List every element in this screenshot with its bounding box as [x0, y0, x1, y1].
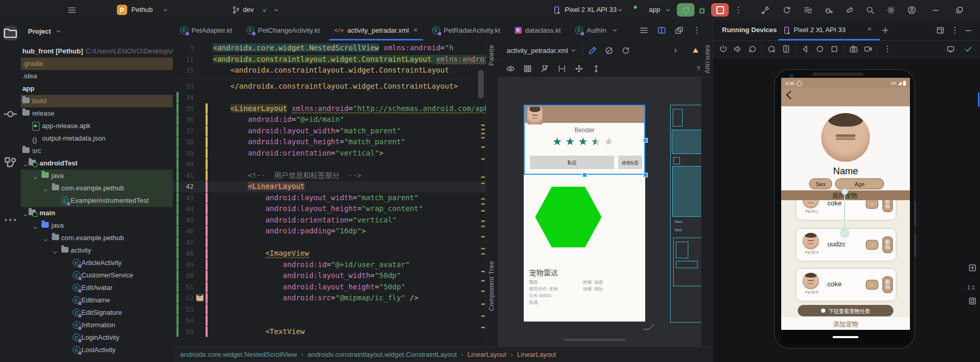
- pet-card-coke[interactable]: Pet ID:5coke♂删除: [796, 268, 896, 301]
- selection-handle-bottom[interactable]: [582, 173, 587, 177]
- back-nav-icon[interactable]: [800, 44, 810, 54]
- pan-surface-icon[interactable]: [574, 63, 584, 74]
- tree-item--idea[interactable]: .idea: [21, 70, 173, 82]
- stop-button[interactable]: [711, 3, 729, 17]
- config-chevron-down-icon[interactable]: [662, 5, 673, 15]
- selection-handle-corner[interactable]: [643, 173, 648, 177]
- pet-gender-pill[interactable]: ♂: [866, 280, 878, 290]
- home-indicator[interactable]: [833, 336, 859, 338]
- breadcrumb-item[interactable]: androidx.core.widget.NestedScrollView: [180, 351, 297, 358]
- expand-vertical-icon[interactable]: [591, 63, 601, 74]
- tree-item-hub-front-pethub-[interactable]: hub_front [Pethub]C:\Users\LENOVO\Deskto…: [21, 45, 173, 58]
- tree-item-java[interactable]: java: [21, 219, 173, 232]
- home-nav-icon[interactable]: [814, 44, 825, 54]
- tree-item-release[interactable]: release: [21, 107, 173, 120]
- code-line-15[interactable]: 15 <androidx.constraintlayout.widget.Con…: [173, 65, 486, 76]
- run-config-selector[interactable]: app: [649, 6, 660, 13]
- project-chevron-down-icon[interactable]: [160, 5, 170, 15]
- render-warning-icon[interactable]: [692, 48, 698, 53]
- pet-delete-button[interactable]: 删除: [882, 236, 893, 253]
- tree-item-loginactivity[interactable]: CLoginActivity: [21, 331, 173, 344]
- code-line-11[interactable]: 11<androidx.constraintlayout.widget.Cons…: [173, 54, 486, 65]
- tree-expand-chevron-icon[interactable]: [32, 173, 38, 179]
- main-menu-icon[interactable]: [66, 5, 77, 15]
- pet-card-coke[interactable]: Pet ID:1coke♂删除: [796, 200, 896, 220]
- tree-item-com-example-pethub[interactable]: com.example.pethub: [21, 182, 173, 194]
- code-line-46[interactable]: 46 android:padding="16dp">: [173, 226, 486, 237]
- project-panel-header[interactable]: Project: [28, 26, 63, 36]
- pet-category-toast[interactable]: 下拉查看宠物分类: [798, 305, 893, 316]
- panel-more-icon[interactable]: [949, 25, 960, 35]
- code-line-47[interactable]: 47: [173, 237, 486, 248]
- tab-petradaractivity-kt[interactable]: CPetRadarActivity.kt: [425, 20, 508, 40]
- code-line-37[interactable]: 37 android:layout_width="match_parent": [173, 126, 486, 137]
- code-line-35[interactable]: 35 <LinearLayout xmlns:android="http://s…: [173, 103, 486, 115]
- code-line-38[interactable]: 38 android:layout_height="match_parent": [173, 136, 486, 148]
- rotate-left-icon[interactable]: [747, 44, 757, 54]
- code-line-55[interactable]: 55 <TextView: [173, 326, 486, 338]
- build-hammer-icon[interactable]: [760, 5, 770, 15]
- device-selector[interactable]: Pixel 2 XL API 33: [565, 6, 617, 13]
- float-window-icon[interactable]: [674, 25, 684, 35]
- pet-gender-pill[interactable]: ♂: [866, 240, 878, 250]
- display-mode-icon[interactable]: [945, 44, 956, 54]
- tree-item-com-example-pethub[interactable]: com.example.pethub: [21, 232, 173, 244]
- code-line-45[interactable]: 45 android:orientation="vertical": [173, 215, 486, 226]
- tree-item-editname[interactable]: CEditname: [21, 294, 173, 307]
- zoom-fit-icon[interactable]: [967, 296, 977, 306]
- incoming-commits-icon[interactable]: [260, 5, 270, 15]
- tree-expand-chevron-icon[interactable]: [43, 235, 49, 241]
- age-button[interactable]: Age: [835, 178, 884, 189]
- commit-icon[interactable]: [3, 107, 18, 121]
- design-file-selector[interactable]: activity_petradar.xml: [507, 47, 568, 54]
- tab-dataclass-kt[interactable]: Kdataclass.kt: [508, 20, 568, 40]
- window-restore-icon[interactable]: [954, 5, 964, 15]
- text-margins-icon[interactable]: [556, 63, 567, 74]
- back-icon[interactable]: [786, 91, 795, 100]
- code-line-39[interactable]: 39 android:orientation="vertical">: [173, 148, 486, 159]
- tab-authin[interactable]: CAuthIn: [568, 20, 628, 40]
- tree-item-main[interactable]: main: [21, 207, 173, 219]
- more-tools-icon[interactable]: [3, 213, 18, 227]
- zoom-in-icon[interactable]: [967, 262, 977, 273]
- code-line-44[interactable]: 44 android:layout_height="wrap_content": [173, 203, 486, 215]
- design-surface[interactable]: Bender ★★★★★ 私信 修改标签 宠物雷达 情商使用评价: 优秀头布 8…: [498, 77, 701, 346]
- apply-changes-icon[interactable]: [781, 5, 792, 15]
- session-check-icon[interactable]: [963, 44, 973, 54]
- code-line-50[interactable]: 50 android:layout_width="50dp": [173, 270, 486, 282]
- tree-expand-chevron-icon[interactable]: [52, 247, 58, 254]
- code-line-54[interactable]: 54: [173, 315, 486, 326]
- overview-nav-icon[interactable]: [829, 44, 839, 54]
- project-view-chevron-icon[interactable]: [53, 26, 63, 36]
- tree-item-activity[interactable]: activity: [21, 244, 173, 257]
- add-pet-bar[interactable]: 添加宠物: [781, 317, 910, 330]
- tab-list-icon[interactable]: [638, 25, 649, 35]
- more-vertical-icon[interactable]: [882, 44, 892, 54]
- tree-item-build[interactable]: build: [21, 95, 173, 107]
- emulator-screen[interactable]: 3:30 3G Name Sex Age 我: [781, 78, 910, 344]
- settings-gear-icon[interactable]: [886, 5, 896, 15]
- tree-item-information[interactable]: CInformation: [21, 319, 173, 331]
- design-actions-icon[interactable]: [588, 45, 598, 55]
- tab-petadapter-kt[interactable]: CPetAdapter.kt: [173, 20, 239, 40]
- tree-item-customerservice[interactable]: CCustomerService: [21, 269, 173, 282]
- sex-button[interactable]: Sex: [809, 178, 832, 189]
- code-line-34[interactable]: 34: [173, 92, 486, 103]
- layout-preview-card[interactable]: Bender ★★★★★ 私信 修改标签 宠物雷达 情商使用评价: 优秀头布 8…: [524, 105, 645, 322]
- breadcrumb-item[interactable]: LinearLayout: [517, 351, 556, 358]
- device-chevron-down-icon[interactable]: [615, 5, 625, 15]
- panel-layout-mode-icon[interactable]: [935, 25, 945, 35]
- branch-name[interactable]: dev: [243, 6, 254, 13]
- selection-handle-right[interactable]: [643, 138, 648, 143]
- add-device-tab-icon[interactable]: [880, 25, 890, 35]
- search-icon[interactable]: [865, 5, 875, 15]
- breadcrumb-item[interactable]: LinearLayout: [468, 351, 507, 358]
- design-help-button[interactable]: ?: [697, 65, 700, 73]
- volume-up-icon[interactable]: [732, 44, 743, 54]
- gradle-sync-icon[interactable]: [844, 5, 854, 15]
- rotate-right-icon[interactable]: [766, 44, 777, 54]
- more-vertical-icon[interactable]: [691, 25, 702, 35]
- tree-item-exampleinstrumentedtest[interactable]: CExampleInstrumentedTest: [21, 194, 173, 207]
- tree-item-lostactivity[interactable]: CLostActivity: [21, 344, 173, 356]
- design-file-chevron-icon[interactable]: [568, 45, 579, 55]
